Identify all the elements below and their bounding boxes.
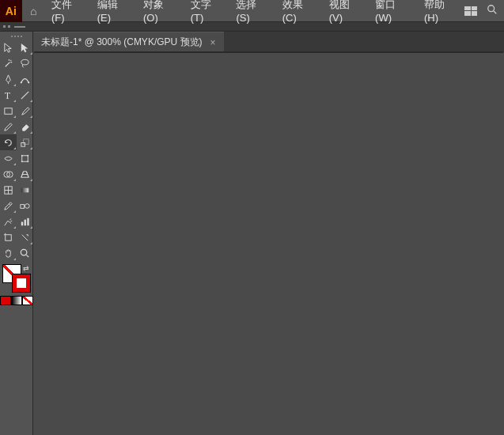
shape-builder-tool[interactable] [0,166,17,182]
svg-rect-26 [5,234,11,240]
svg-line-1 [494,11,497,14]
svg-point-11 [21,154,22,156]
slice-tool[interactable] [17,229,33,245]
svg-rect-24 [24,219,25,225]
scale-tool[interactable] [17,134,33,150]
hand-tool[interactable] [0,245,17,261]
eraser-tool[interactable] [17,119,33,134]
menu-view[interactable]: 视图(V) [323,0,369,21]
menu-window[interactable]: 窗口(W) [369,0,418,21]
menu-bar: 文件(F) 编辑(E) 对象(O) 文字(T) 选择(S) 效果(C) 视图(V… [45,0,464,21]
menu-select[interactable]: 选择(S) [229,0,275,21]
color-mode-gradient[interactable] [11,296,22,305]
mesh-tool[interactable] [0,182,17,198]
direct-selection-tool[interactable] [17,40,33,55]
svg-point-13 [21,161,22,162]
menu-effect[interactable]: 效果(C) [276,0,323,21]
top-bar: Ai ⌂ 文件(F) 编辑(E) 对象(O) 文字(T) 选择(S) 效果(C)… [0,0,504,22]
svg-point-4 [28,81,29,83]
menu-object[interactable]: 对象(O) [137,0,184,21]
svg-point-3 [20,81,21,83]
menu-help[interactable]: 帮助(H) [418,0,464,21]
svg-line-6 [21,91,28,98]
svg-rect-23 [21,221,22,225]
selection-tool[interactable] [0,40,17,55]
close-icon[interactable]: × [210,37,216,48]
svg-point-0 [488,6,495,12]
rotate-tool[interactable] [0,134,17,150]
tab-title: 未标题-1* @ 300% (CMYK/GPU 预览) [41,36,203,49]
svg-point-2 [21,59,28,65]
svg-rect-21 [20,204,24,208]
menu-type[interactable]: 文字(T) [184,0,230,21]
paintbrush-tool[interactable] [17,103,33,119]
svg-point-29 [21,249,27,255]
svg-rect-7 [4,108,11,114]
tool-panel: T ⇄ [0,32,33,435]
blend-tool[interactable] [17,198,33,214]
search-icon[interactable] [487,4,498,17]
svg-rect-20 [21,187,28,192]
tab-bar: 未标题-1* @ 300% (CMYK/GPU 预览) × [0,32,504,52]
svg-text:T: T [4,90,10,101]
line-tool[interactable] [17,87,33,103]
rectangle-tool[interactable] [0,103,17,119]
document-tab[interactable]: 未标题-1* @ 300% (CMYK/GPU 预览) × [33,32,224,52]
fill-stroke-swatch[interactable]: ⇄ [2,264,31,293]
type-tool[interactable]: T [0,87,17,103]
curvature-tool[interactable] [17,71,33,87]
pen-tool[interactable] [0,71,17,87]
svg-line-30 [26,255,28,257]
graph-tool[interactable] [17,214,33,229]
workspace-switcher-icon[interactable] [464,6,477,16]
eyedropper-tool[interactable] [0,198,17,214]
menu-file[interactable]: 文件(F) [45,0,91,21]
magic-wand-tool[interactable] [0,55,17,71]
artboard-tool[interactable] [0,229,17,245]
pencil-tool[interactable] [0,119,17,134]
width-tool[interactable] [0,150,17,166]
app-logo: Ai [0,0,22,22]
panel-drag-handle[interactable] [0,33,32,40]
svg-rect-9 [23,138,28,144]
home-icon[interactable]: ⌂ [22,5,46,17]
zoom-tool[interactable] [17,245,33,261]
gradient-tool[interactable] [17,182,33,198]
symbol-sprayer-tool[interactable] [0,214,17,229]
menu-edit[interactable]: 编辑(E) [91,0,137,21]
color-mode-row [0,296,33,305]
svg-point-14 [27,161,28,162]
svg-rect-10 [21,155,28,161]
lasso-tool[interactable] [17,55,33,71]
top-right-controls [464,4,504,17]
svg-rect-25 [27,218,28,225]
color-mode-none[interactable] [22,296,33,305]
color-mode-color[interactable] [0,296,11,305]
free-transform-tool[interactable] [17,150,33,166]
swap-icon[interactable]: ⇄ [23,264,29,272]
stroke-swatch[interactable] [12,274,31,293]
svg-point-12 [27,154,28,156]
svg-point-22 [25,203,29,208]
perspective-tool[interactable] [17,166,33,182]
